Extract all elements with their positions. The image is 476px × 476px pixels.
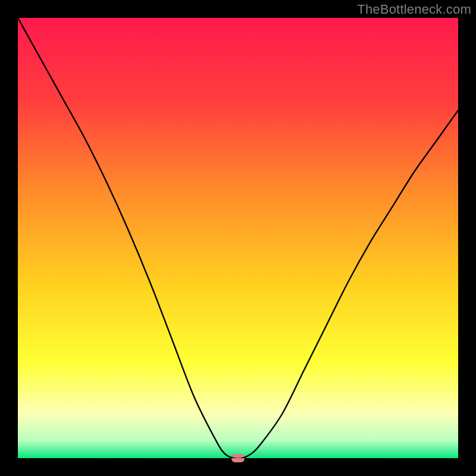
curve-svg [18, 18, 458, 458]
watermark-text: TheBottleneck.com [357, 2, 471, 17]
plot-area [18, 18, 458, 458]
chart-container: TheBottleneck.com [0, 0, 476, 476]
bottleneck-curve [18, 18, 458, 458]
